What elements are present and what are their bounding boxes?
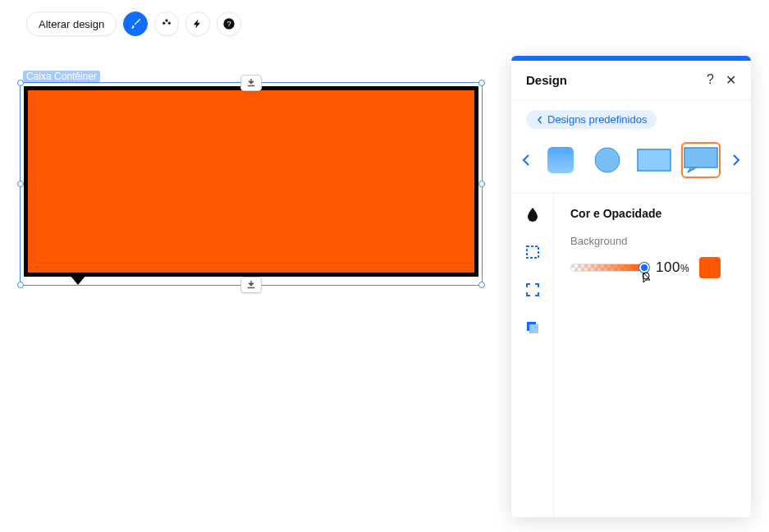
paintbrush-icon: [129, 17, 142, 30]
design-panel: Design ? ✕ Designs predefinidos: [511, 56, 751, 517]
animation-tool-button[interactable]: [154, 11, 179, 36]
tab-corner[interactable]: [524, 281, 542, 299]
panel-section: Cor e Opacidade Background 100%: [554, 194, 751, 517]
cursor-icon: [639, 271, 653, 291]
stack-icon: [160, 17, 173, 30]
tab-fill[interactable]: [524, 205, 542, 223]
opacity-unit: %: [680, 263, 689, 274]
panel-header: Design ? ✕: [511, 61, 751, 100]
question-icon: ?: [222, 17, 236, 30]
resize-handle-ml[interactable]: [17, 181, 24, 187]
opacity-value: 100%: [656, 259, 689, 276]
shape-option-callout[interactable]: [681, 142, 721, 178]
color-swatch[interactable]: [699, 257, 721, 278]
rectangle-icon: [636, 148, 672, 172]
opacity-row: 100%: [570, 257, 735, 278]
paint-tool-button[interactable]: [123, 11, 148, 36]
tab-border[interactable]: [524, 243, 542, 261]
callout-icon: [683, 146, 719, 174]
panel-title: Design: [526, 73, 567, 87]
rounded-square-icon: [546, 145, 575, 175]
panel-breadcrumb-row: Designs predefinidos: [511, 100, 751, 139]
attach-bottom-button[interactable]: [240, 277, 262, 293]
canvas-area: Caixa Contêiner: [20, 82, 483, 286]
background-label: Background: [570, 235, 735, 247]
shape-picker-row: [511, 139, 751, 194]
panel-close-button[interactable]: ✕: [726, 72, 736, 88]
attach-top-button[interactable]: [240, 75, 262, 91]
breadcrumb-label: Designs predefinidos: [547, 113, 647, 126]
opacity-number: 100: [656, 259, 680, 275]
shape-scroll-right[interactable]: [729, 142, 743, 178]
panel-help-button[interactable]: ?: [707, 72, 714, 88]
panel-body: Cor e Opacidade Background 100%: [511, 194, 751, 517]
download-icon: [246, 281, 256, 289]
editor-toolbar: Alterar design ?: [26, 11, 241, 36]
svg-rect-5: [684, 148, 717, 167]
breadcrumb-back[interactable]: Designs predefinidos: [526, 110, 657, 129]
droplet-icon: [526, 207, 539, 222]
opacity-slider[interactable]: [570, 264, 646, 272]
svg-rect-2: [547, 147, 574, 173]
shape-option-rounded-square[interactable]: [542, 142, 580, 178]
shape-option-circle[interactable]: [588, 142, 627, 178]
bolt-tool-button[interactable]: [185, 11, 210, 36]
resize-handle-mr[interactable]: [478, 181, 485, 187]
change-design-button[interactable]: Alterar design: [26, 11, 117, 36]
chevron-left-icon: [522, 154, 530, 167]
section-title: Cor e Opacidade: [570, 207, 735, 220]
corners-icon: [525, 282, 540, 297]
tab-shadow[interactable]: [524, 319, 542, 337]
resize-handle-bl[interactable]: [17, 282, 24, 288]
svg-text:?: ?: [227, 20, 231, 28]
panel-header-actions: ? ✕: [707, 72, 736, 88]
svg-point-3: [595, 148, 620, 172]
shape-scroll-left[interactable]: [520, 142, 533, 178]
shadow-icon: [525, 320, 540, 335]
svg-rect-8: [529, 324, 538, 333]
dashed-square-icon: [525, 245, 540, 259]
chevron-right-icon: [732, 154, 740, 167]
download-icon: [246, 79, 256, 87]
svg-rect-6: [527, 246, 538, 258]
panel-side-icons: [511, 194, 554, 517]
bolt-icon: [192, 18, 204, 30]
element-label: Caixa Contêiner: [23, 71, 100, 82]
change-design-label: Alterar design: [39, 18, 104, 30]
help-tool-button[interactable]: ?: [217, 11, 241, 36]
resize-handle-tl[interactable]: [17, 80, 24, 86]
resize-handle-tr[interactable]: [478, 80, 485, 86]
chevron-left-icon: [536, 116, 544, 124]
callout-shape: [24, 86, 478, 277]
callout-tail: [70, 275, 86, 285]
shape-option-rectangle[interactable]: [634, 142, 673, 178]
resize-handle-br[interactable]: [478, 282, 485, 288]
selected-element[interactable]: [20, 82, 483, 286]
circle-icon: [593, 145, 622, 175]
svg-rect-4: [638, 149, 671, 171]
